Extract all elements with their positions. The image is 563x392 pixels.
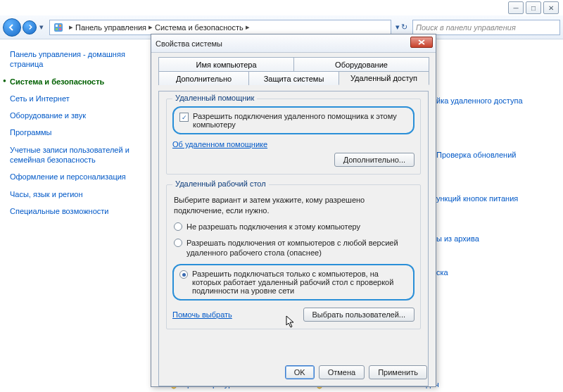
svg-rect-2 (59, 25, 61, 27)
chevron-right-icon: ▸ (69, 23, 73, 32)
svg-rect-0 (54, 23, 63, 32)
radio-allow-any[interactable] (174, 239, 182, 247)
sidebar-item-hardware[interactable]: Оборудование и звук (10, 110, 140, 120)
remote-desktop-desc: Выберите вариант и затем укажите, кому р… (174, 195, 413, 216)
sidebar: Панель управления - домашняя страница Си… (0, 39, 144, 392)
archive-link[interactable]: ы из архива (436, 234, 556, 244)
dialog-title-bar[interactable]: Свойства системы (151, 34, 436, 53)
sidebar-item-system-security[interactable]: Система и безопасность (10, 77, 140, 87)
svg-rect-1 (56, 25, 58, 27)
nav-forward-button[interactable] (23, 20, 37, 34)
close-window-button[interactable]: ✕ (543, 1, 559, 14)
search-input[interactable]: Поиск в панели управления (412, 20, 560, 35)
sidebar-item-network[interactable]: Сеть и Интернет (10, 94, 140, 103)
sidebar-item-accessibility[interactable]: Специальные возможности (10, 206, 140, 216)
tab-advanced[interactable]: Дополнительно (158, 71, 249, 85)
arrow-left-icon (8, 23, 16, 32)
tab-panel-remote: Удаленный помощник Разрешить подключения… (158, 91, 429, 386)
radio-allow-any-row[interactable]: Разрешать подключения от компьютеров с л… (174, 238, 413, 259)
radio-allow-nla[interactable] (179, 270, 188, 279)
close-icon (418, 39, 425, 45)
control-panel-icon (53, 22, 64, 33)
radio-dont-allow[interactable] (174, 222, 182, 231)
apply-button[interactable]: Применить (369, 365, 427, 379)
refresh-button[interactable]: ▾ ↻ (393, 23, 410, 32)
help-choose-link[interactable]: Помочь выбрать (172, 310, 232, 319)
select-users-button[interactable]: Выбрать пользователей... (303, 308, 415, 322)
group-title-desktop: Удаленный рабочий стол (172, 179, 269, 188)
sidebar-item-appearance[interactable]: Оформление и персонализация (10, 172, 140, 182)
tab-hardware[interactable]: Оборудование (293, 57, 429, 71)
radio-allow-any-label: Разрешать подключения от компьютеров с л… (186, 238, 413, 259)
minimize-button[interactable]: ─ (508, 1, 524, 14)
remote-desktop-group: Удаленный рабочий стол Выберите вариант … (166, 184, 421, 329)
allow-remote-assistance-checkbox[interactable] (179, 113, 189, 122)
remote-access-link[interactable]: йка удаленного доступа (436, 96, 556, 106)
nav-history-dropdown[interactable]: ▾ (38, 20, 45, 34)
svg-rect-3 (56, 28, 58, 30)
sidebar-item-accounts[interactable]: Учетные записи пользователей и семейная … (10, 145, 140, 165)
tab-remote[interactable]: Удаленный доступ (339, 71, 429, 85)
radio-dont-allow-label: Не разрешать подключения к этому компьют… (186, 222, 360, 232)
disk-link[interactable]: ска (436, 267, 556, 278)
allow-remote-assistance-row[interactable]: Разрешить подключения удаленного помощни… (172, 106, 415, 134)
arrow-right-icon (27, 24, 33, 30)
sidebar-item-programs[interactable]: Программы (10, 127, 140, 137)
remote-assistance-group: Удаленный помощник Разрешить подключения… (166, 99, 421, 175)
window-controls: ─ □ ✕ (508, 1, 559, 14)
power-buttons-link[interactable]: ункций кнопок питания (436, 194, 556, 204)
dialog-close-button[interactable] (410, 37, 433, 48)
maximize-button[interactable]: □ (526, 1, 541, 14)
refresh-icon: ↻ (401, 23, 407, 32)
svg-rect-4 (59, 28, 61, 30)
breadcrumb[interactable]: ▸ Панель управления ▸ Система и безопасн… (49, 20, 391, 35)
chevron-right-icon: ▸ (148, 23, 153, 32)
dialog-buttons: OK Отмена Применить (285, 365, 427, 379)
cancel-button[interactable]: Отмена (319, 365, 365, 379)
radio-allow-nla-row[interactable]: Разрешить подключаться только с компьюте… (172, 264, 415, 301)
dialog-title: Свойства системы (156, 39, 222, 48)
group-title-assistance: Удаленный помощник (172, 94, 257, 102)
radio-dont-allow-row[interactable]: Не разрешать подключения к этому компьют… (174, 222, 413, 232)
sidebar-home-link[interactable]: Панель управления - домашняя страница (10, 49, 140, 70)
sidebar-item-clock[interactable]: Часы, язык и регион (10, 189, 140, 199)
radio-allow-nla-label: Разрешить подключаться только с компьюте… (192, 270, 407, 295)
dialog-tabs: Имя компьютера Оборудование Дополнительн… (158, 57, 429, 87)
check-updates-link[interactable]: Проверка обновлений (436, 150, 556, 160)
system-properties-dialog: Свойства системы Имя компьютера Оборудов… (151, 34, 436, 387)
nav-back-button[interactable] (3, 18, 21, 37)
about-remote-assistance-link[interactable]: Об удаленном помощнике (172, 140, 267, 148)
allow-remote-assistance-label: Разрешить подключения удаленного помощни… (193, 112, 407, 129)
crumb-system-security[interactable]: Система и безопасность (155, 23, 243, 32)
ok-button[interactable]: OK (285, 365, 315, 379)
main-content-links: йка удаленного доступа Проверка обновлен… (436, 96, 556, 301)
chevron-right-icon: ▸ (246, 23, 250, 32)
assistance-advanced-button[interactable]: Дополнительно... (334, 153, 415, 167)
tab-protection[interactable]: Защита системы (248, 71, 339, 85)
tab-computer-name[interactable]: Имя компьютера (158, 57, 294, 71)
crumb-control-panel[interactable]: Панель управления (75, 23, 146, 32)
